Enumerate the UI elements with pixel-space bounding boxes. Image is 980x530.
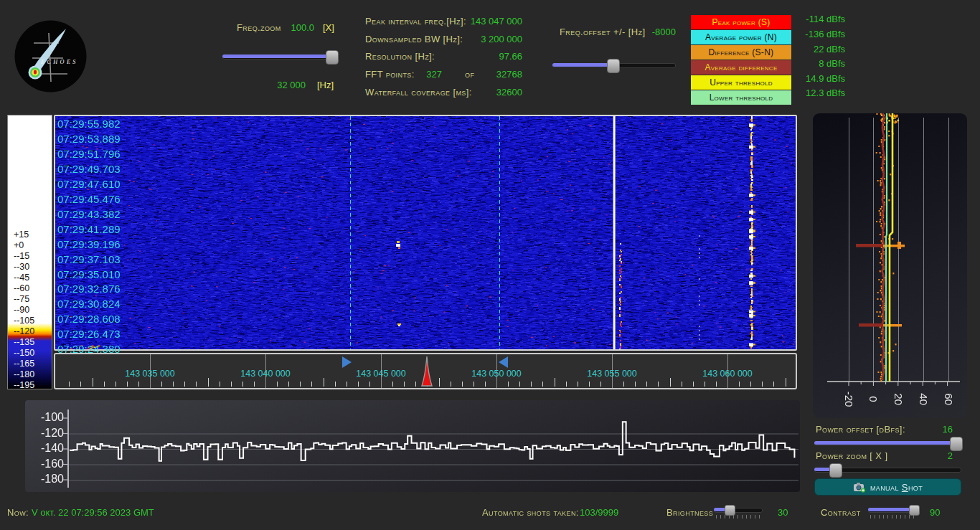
waterfall-timestamp: 07:29:45.476 <box>57 193 121 205</box>
scale-label: --60 <box>14 283 29 293</box>
power-zoom-slider[interactable] <box>814 464 961 475</box>
spectrum-canvas <box>25 400 800 492</box>
power-colormap-scale: +15+0--15--30--45--60--75--90--105--120-… <box>7 115 52 389</box>
waterfall-timestamp: 07:29:26.473 <box>57 328 121 340</box>
ruler-frequency-label: 143 040 000 <box>240 369 291 379</box>
ruler-tick <box>716 382 717 387</box>
scale-label: +15 <box>14 229 29 240</box>
ruler-tick <box>762 382 763 387</box>
now-label: Now: <box>7 507 29 518</box>
ruler-tick <box>519 382 520 387</box>
waterfall-timestamp: 07:29:41.289 <box>57 223 121 235</box>
ruler-tick <box>750 382 751 387</box>
waterfall-display[interactable]: 07:29:55.98207:29:53.88907:29:51.79607:2… <box>54 115 797 351</box>
legend-button-difference-s-n[interactable]: Difference (S-N) <box>691 45 791 60</box>
scale-label: --30 <box>14 262 29 272</box>
power-zoom-slider-handle[interactable] <box>829 463 842 478</box>
brightness-slider-handle[interactable] <box>725 505 735 516</box>
interval-begin-marker-line <box>350 116 351 349</box>
ruler-tick <box>358 382 359 387</box>
freq-zoom-slider[interactable] <box>222 51 337 62</box>
legend-value: 22 dBfs <box>795 44 845 55</box>
ruler-tick <box>786 378 786 387</box>
contrast-label: Contrast <box>821 507 861 518</box>
ruler-tick <box>508 382 509 387</box>
ruler-tick <box>347 382 347 387</box>
spectrum-axis-label: -120 <box>31 427 64 440</box>
manual-shot-label: manual Shot <box>870 482 923 493</box>
freq-offset-value: -8000 <box>646 27 676 37</box>
power-offset-slider-fill <box>814 441 956 445</box>
ruler-tick <box>196 382 197 387</box>
legend-button-lower-threshold[interactable]: Lower threshold <box>691 90 791 105</box>
legend-button-average-difference[interactable]: Average difference <box>691 60 791 75</box>
ruler-tick <box>451 382 451 387</box>
ruler-tick <box>739 382 740 387</box>
waterfall-timestamp: 07:29:39.196 <box>57 238 121 250</box>
interval-begin-arrow-icon[interactable] <box>342 356 352 368</box>
power-axis-label: 60 <box>943 385 955 414</box>
power-axis-label: -20 <box>843 385 855 414</box>
waterfall-timestamp: 07:29:30.824 <box>57 298 121 310</box>
power-offset-slider[interactable] <box>814 437 961 449</box>
scale-label: --45 <box>14 273 29 283</box>
freq-zoom-bw-value: 32 000 <box>273 80 306 90</box>
freq-offset-slider-fill <box>552 63 613 67</box>
ruler-tick <box>173 382 174 387</box>
legend-button-peak-power-s[interactable]: Peak power (S) <box>691 15 791 29</box>
ruler-tick <box>311 382 312 387</box>
spectrum-axis-label: -160 <box>31 458 64 470</box>
brightness-label: Brightness <box>666 507 713 518</box>
legend-value: -136 dBfs <box>795 29 845 39</box>
freq-zoom-unit: [X] <box>323 22 334 33</box>
freq-zoom-label: Freq.zoom <box>237 22 281 33</box>
contrast-slider[interactable] <box>868 504 920 516</box>
ruler-tick <box>555 378 555 387</box>
info-row-value: 327 <box>416 69 442 80</box>
scale-label: +0 <box>14 240 24 250</box>
spectrum-plot: -100-120-140-160-180 <box>25 400 800 492</box>
frequency-ruler[interactable]: 143 035 000143 040 000143 045 000143 050… <box>54 353 797 389</box>
legend-button-average-power-n[interactable]: Average power (N) <box>691 30 791 44</box>
ruler-tick <box>462 382 463 387</box>
ruler-tick <box>277 382 278 387</box>
contrast-slider-handle[interactable] <box>909 505 920 516</box>
legend-value: -114 dBfs <box>795 14 845 24</box>
waterfall-canvas[interactable] <box>55 116 796 349</box>
freq-offset-label: Freq.offset +/- [Hz] <box>560 27 645 37</box>
info-row-label: FFT points: <box>365 69 415 80</box>
interval-end-arrow-icon[interactable] <box>499 356 508 368</box>
ruler-tick <box>635 382 636 387</box>
freq-offset-slider[interactable] <box>552 60 676 71</box>
ruler-tick <box>369 382 370 387</box>
ruler-tick <box>578 382 578 387</box>
ruler-frequency-label: 143 050 000 <box>471 369 522 379</box>
svg-text:ECHOES: ECHOES <box>40 59 78 65</box>
ruler-tick <box>623 382 624 387</box>
shots-taken-label: Automatic shots taken: <box>482 507 579 518</box>
ruler-tick <box>589 382 590 387</box>
ruler-tick <box>658 382 659 387</box>
ruler-tick <box>705 382 705 387</box>
ruler-tick <box>220 382 220 387</box>
power-offset-slider-handle[interactable] <box>950 437 963 451</box>
contrast-slider-fill <box>868 508 914 511</box>
legend-button-upper-threshold[interactable]: Upper threshold <box>691 75 791 90</box>
power-axis-label: 0 <box>867 385 880 414</box>
scale-label: --150 <box>14 348 34 358</box>
power-history-canvas <box>813 113 967 418</box>
camera-icon <box>853 482 866 493</box>
freq-offset-slider-handle[interactable] <box>607 59 620 73</box>
manual-shot-button[interactable]: manual Shot <box>814 478 961 496</box>
legend-value: 8 dBfs <box>795 58 845 69</box>
brightness-slider[interactable] <box>714 504 763 516</box>
freq-zoom-slider-handle[interactable] <box>326 50 339 65</box>
power-zoom-value: 2 <box>924 450 953 461</box>
ruler-tick <box>300 382 301 387</box>
now-value: V окт. 22 07:29:56 2023 GMT <box>32 507 154 518</box>
ruler-tick <box>415 382 416 387</box>
shots-taken-value: 103/9999 <box>580 507 618 518</box>
ruler-tick <box>404 382 405 387</box>
info-row-value: 3 200 000 <box>436 34 522 44</box>
info-row-label: Resolution [Hz]: <box>365 51 435 62</box>
